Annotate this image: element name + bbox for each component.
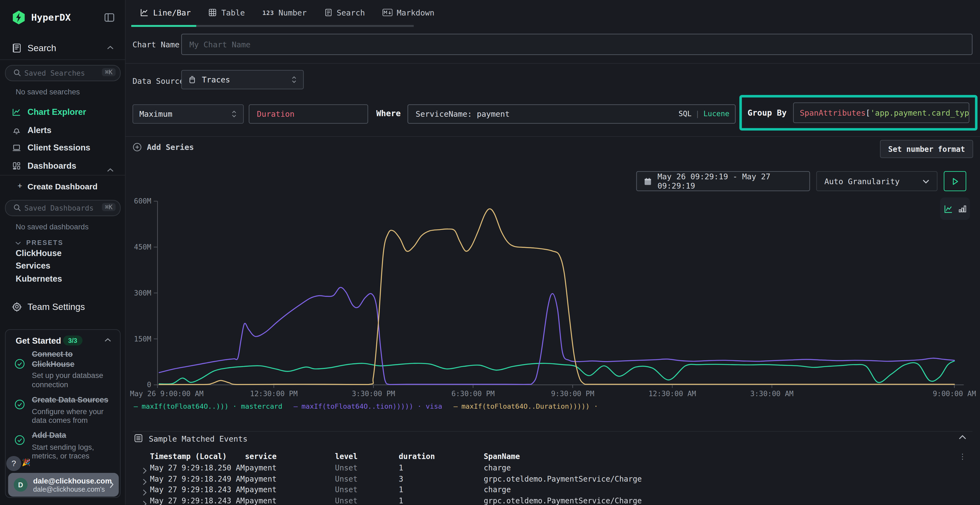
- column-header-level[interactable]: ⋮level: [335, 452, 399, 461]
- plus-icon: +: [18, 181, 22, 191]
- cell-spanname: charge: [484, 485, 969, 494]
- table-row[interactable]: May 27 9:29:18.243 AMpaymentUnset1charge: [125, 485, 969, 497]
- tab-label: Markdown: [397, 8, 434, 17]
- tab-markdown[interactable]: Markdown: [374, 0, 443, 25]
- column-header-spanname[interactable]: ⋮SpanName: [484, 452, 969, 461]
- column-header-label: level: [335, 452, 358, 461]
- x-axis-tick-label: 6:30:00 PM: [451, 389, 495, 398]
- sidebar-item-dashboards[interactable]: Dashboards: [0, 159, 125, 173]
- divider: [125, 136, 980, 137]
- tab-label: Search: [337, 8, 365, 17]
- gear-icon: [12, 302, 22, 312]
- preset-item-clickhouse[interactable]: ClickHouse: [16, 249, 62, 258]
- sidebar-section-label: Search: [27, 43, 56, 53]
- table-header-row: Timestamp (Local)⋮service⋮level⋮duration…: [125, 452, 969, 464]
- doc-icon: [324, 8, 332, 17]
- sidebar-item-team-settings[interactable]: Team Settings: [0, 300, 125, 315]
- lucene-toggle[interactable]: Lucene: [703, 110, 729, 118]
- cell-service: payment: [245, 464, 335, 472]
- tab-table[interactable]: Table: [200, 0, 254, 25]
- sidebar-item-chart-explorer[interactable]: Chart Explorer: [0, 105, 125, 120]
- user-menu[interactable]: D dale@clickhouse.com dale@clickhouse.co…: [8, 473, 119, 497]
- check-circle-icon: [14, 435, 25, 448]
- column-header-label: duration: [399, 452, 435, 461]
- legend-item[interactable]: —maxIf(toFloat64O..tion))))) · visa: [294, 402, 442, 411]
- saved-dashboards-placeholder: Saved Dashboards: [24, 203, 94, 212]
- saved-searches-input[interactable]: Saved Searches ⌘K: [5, 65, 121, 81]
- field-select[interactable]: Duration: [249, 104, 368, 124]
- get-started-item[interactable]: Add DataStart sending logs, metrics, or …: [13, 431, 113, 461]
- plus-circle-icon: [132, 142, 142, 152]
- cell-level: Unset: [335, 464, 399, 472]
- data-source-select[interactable]: Traces: [181, 70, 304, 89]
- saved-dashboards-input[interactable]: Saved Dashboards ⌘K: [5, 200, 121, 216]
- aggregation-select[interactable]: Maximum: [132, 104, 244, 124]
- table-row[interactable]: May 27 9:29:18.249 AMpaymentUnset3grpc.o…: [125, 475, 969, 486]
- group-by-input[interactable]: SpanAttributes['app.payment.card_type']: [793, 103, 969, 123]
- cell-timestamp-local-: May 27 9:29:18.243 AM: [150, 485, 245, 494]
- column-header-duration[interactable]: ⋮duration: [399, 452, 484, 461]
- add-series-button[interactable]: Add Series: [132, 142, 194, 152]
- legend-item[interactable]: —maxIf(toFloat64O..Duration))))) ·: [453, 402, 598, 411]
- check-circle-icon: [14, 399, 25, 412]
- group-by-token: SpanAttributes: [800, 108, 865, 117]
- sidebar-item-client-sessions[interactable]: Client Sessions: [0, 141, 125, 156]
- cell-timestamp-local-: May 27 9:29:18.250 AM: [150, 464, 245, 472]
- get-started-item-text: Connect to ClickHouseSet up your databas…: [32, 350, 113, 390]
- laptop-icon: [12, 143, 21, 155]
- sidebar-item-alerts[interactable]: Alerts: [0, 123, 125, 138]
- preset-item-services[interactable]: Services: [16, 261, 50, 270]
- chart-name-label: Chart Name: [132, 40, 180, 49]
- sidebar-collapse-icon[interactable]: [104, 12, 115, 23]
- get-started-item[interactable]: Connect to ClickHouseSet up your databas…: [13, 350, 113, 390]
- chevron-up-icon[interactable]: [959, 435, 966, 440]
- tab-bar: Line/BarTable123NumberSearchMarkdown: [125, 0, 980, 27]
- help-button[interactable]: ?: [6, 456, 21, 471]
- aggregation-value: Maximum: [139, 110, 172, 119]
- cell-spanname: charge: [484, 464, 969, 472]
- shortcut-badge: ⌘K: [102, 68, 116, 76]
- x-axis-tick-label: 9:30:00 PM: [551, 389, 594, 398]
- legend-item[interactable]: —maxIf(toFloat64O..))) · mastercard: [134, 402, 282, 411]
- legend-dash-icon: —: [134, 402, 138, 411]
- presets-header[interactable]: PRESETS: [15, 236, 64, 245]
- tab-line-bar[interactable]: Line/Bar: [131, 0, 200, 25]
- tab-number[interactable]: 123Number: [254, 0, 315, 25]
- table-row[interactable]: May 27 9:29:18.243 AMpaymentUnset1grpc.o…: [125, 496, 969, 505]
- create-dashboard-button[interactable]: + Create Dashboard: [0, 181, 125, 193]
- presets-label: PRESETS: [26, 239, 64, 246]
- row-expand-chevron-icon[interactable]: [142, 498, 147, 505]
- preset-item-kubernetes[interactable]: Kubernetes: [16, 274, 62, 284]
- set-number-format-button[interactable]: Set number format: [880, 140, 973, 158]
- get-started-item-desc: Configure where your data comes from: [32, 407, 113, 425]
- column-header-service[interactable]: ⋮service: [245, 452, 335, 461]
- no-saved-searches-text: No saved searches: [16, 87, 80, 96]
- timeseries-chart[interactable]: 600M450M300M150M0May 26 9:00:00 AM12:30:…: [125, 187, 980, 403]
- cell-timestamp-local-: May 27 9:29:18.243 AM: [150, 496, 245, 505]
- sql-toggle[interactable]: SQL: [679, 110, 692, 118]
- sidebar-section-search[interactable]: Search: [0, 41, 125, 56]
- get-started-item[interactable]: Create Data SourcesConfigure where your …: [13, 395, 113, 425]
- get-started-item-title: Add Data: [32, 431, 113, 441]
- sidebar-item-label: Client Sessions: [27, 143, 91, 152]
- calendar-icon: [644, 177, 652, 185]
- group-by-highlight-annotation: Group By SpanAttributes['app.payment.car…: [739, 95, 978, 130]
- field-value: Duration: [257, 110, 294, 119]
- tab-label: Number: [278, 8, 307, 17]
- chevron-up-icon[interactable]: [104, 338, 111, 342]
- play-icon: [952, 177, 958, 185]
- table-icon: [208, 8, 217, 17]
- cell-level: Unset: [335, 475, 399, 483]
- hyperdx-logo-icon: [11, 10, 26, 25]
- group-by-token: 'app.payment.card_type': [870, 108, 969, 117]
- table-row[interactable]: May 27 9:29:18.250 AMpaymentUnset1charge: [125, 464, 969, 475]
- tab-search[interactable]: Search: [315, 0, 374, 25]
- x-axis-tick-label: 12:30:00 PM: [250, 389, 298, 398]
- cell-duration: 1: [399, 464, 484, 472]
- column-header-timestamp-local-[interactable]: Timestamp (Local): [150, 452, 245, 461]
- chart-name-input[interactable]: [181, 34, 973, 55]
- tab-label: Table: [221, 8, 245, 17]
- chart-legend: —maxIf(toFloat64O..))) · mastercard—maxI…: [134, 402, 971, 411]
- cell-duration: 1: [399, 496, 484, 505]
- get-started-panel: Get Started 3/3 Connect to ClickHouseSet…: [5, 329, 121, 498]
